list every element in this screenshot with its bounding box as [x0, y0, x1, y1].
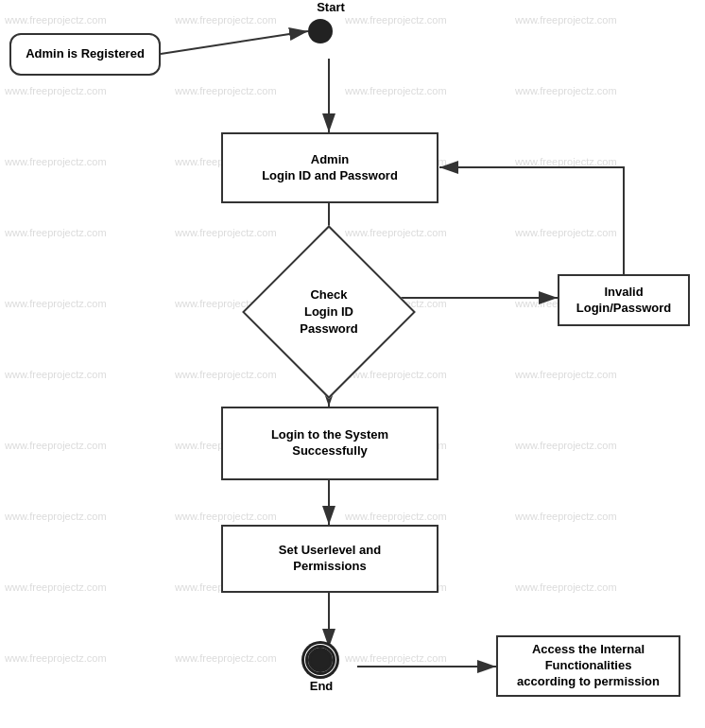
login-success-box: Login to the SystemSuccessfully	[221, 407, 438, 480]
admin-registered-box: Admin is Registered	[9, 33, 161, 76]
start-label: Start	[293, 0, 369, 14]
admin-login-box: AdminLogin ID and Password	[221, 132, 438, 203]
end-label: End	[293, 679, 350, 693]
set-userlevel-text: Set Userlevel andPermissions	[279, 543, 381, 575]
set-userlevel-box: Set Userlevel andPermissions	[221, 525, 438, 593]
login-success-text: Login to the SystemSuccessfully	[271, 427, 388, 459]
check-diamond-text: CheckLogin IDPassword	[300, 286, 357, 338]
access-box: Access the InternalFunctionalitiesaccord…	[496, 635, 680, 697]
start-circle	[308, 19, 333, 43]
admin-login-text: AdminLogin ID and Password	[262, 152, 398, 184]
access-text: Access the InternalFunctionalitiesaccord…	[517, 642, 660, 690]
flowchart-diagram: Start Admin is Registered AdminLogin ID …	[0, 0, 705, 728]
check-diamond-wrapper: CheckLogin IDPassword	[267, 251, 390, 373]
invalid-login-box: InvalidLogin/Password	[558, 274, 690, 326]
invalid-login-text: InvalidLogin/Password	[576, 285, 671, 317]
end-circle	[308, 648, 333, 672]
